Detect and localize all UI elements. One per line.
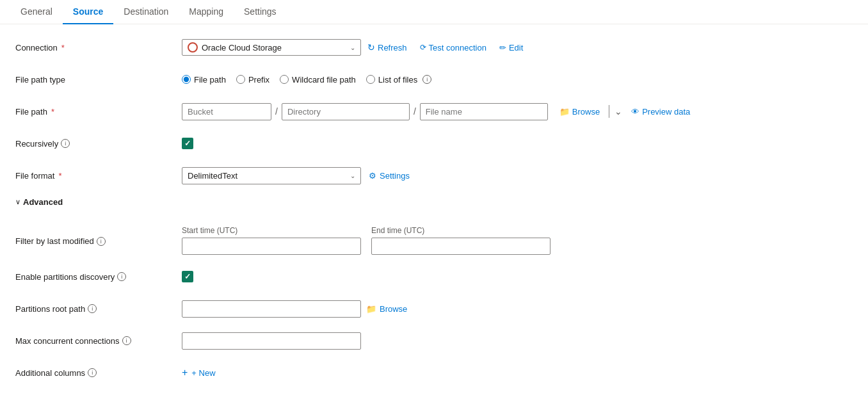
oracle-icon bbox=[188, 42, 198, 53]
radio-prefix[interactable]: Prefix bbox=[236, 75, 269, 85]
browse-icon: 📁 bbox=[559, 107, 570, 117]
format-chevron-icon: ⌄ bbox=[350, 172, 355, 179]
additional-columns-row: Additional columns i + + New bbox=[15, 362, 853, 383]
source-panel: Connection * Oracle Cloud Storage ⌄ ↻ Re… bbox=[0, 24, 868, 397]
partitions-browse-button[interactable]: 📁 Browse bbox=[366, 304, 407, 314]
filter-info-icon[interactable]: i bbox=[97, 237, 106, 246]
connection-row: Connection * Oracle Cloud Storage ⌄ ↻ Re… bbox=[15, 37, 853, 58]
max-concurrent-row: Max concurrent connections i bbox=[15, 330, 853, 351]
radio-group: File path Prefix Wildcard file path List… bbox=[182, 75, 431, 85]
additional-columns-control: + + New bbox=[182, 367, 853, 378]
filter-by-last-modified-row: Filter by last modified i Start time (UT… bbox=[15, 218, 853, 255]
radio-wildcard[interactable]: Wildcard file path bbox=[280, 75, 356, 85]
end-time-label: End time (UTC) bbox=[371, 226, 551, 235]
tab-mapping[interactable]: Mapping bbox=[179, 0, 234, 24]
start-time-field: Start time (UTC) bbox=[182, 226, 361, 255]
advanced-chevron-icon: ∨ bbox=[15, 198, 20, 206]
filter-grid: Start time (UTC) End time (UTC) bbox=[182, 226, 551, 255]
tab-general[interactable]: General bbox=[10, 0, 63, 24]
max-concurrent-control bbox=[182, 332, 853, 350]
max-concurrent-input[interactable] bbox=[182, 332, 361, 350]
browse-button[interactable]: 📁 Browse bbox=[553, 104, 606, 119]
tab-source[interactable]: Source bbox=[63, 0, 113, 24]
file-path-label: File path * bbox=[15, 107, 182, 117]
edit-button[interactable]: ✏ Edit bbox=[493, 40, 529, 55]
filter-by-last-modified-label: Filter by last modified i bbox=[15, 221, 182, 246]
preview-icon: 👁 bbox=[631, 107, 639, 117]
filename-input[interactable] bbox=[420, 103, 548, 120]
edit-icon: ✏ bbox=[499, 43, 506, 53]
preview-data-button[interactable]: 👁 Preview data bbox=[625, 104, 696, 119]
partitions-root-path-input[interactable] bbox=[182, 300, 361, 318]
file-format-control: DelimitedText ⌄ ⚙ Settings bbox=[182, 167, 853, 184]
file-path-control: / / 📁 Browse ⌄ 👁 Preview data bbox=[182, 103, 853, 120]
partitions-root-path-row: Partitions root path i 📁 Browse bbox=[15, 298, 853, 319]
additional-columns-label: Additional columns i bbox=[15, 368, 182, 378]
plus-icon: + bbox=[182, 367, 188, 378]
tab-bar: General Source Destination Mapping Setti… bbox=[0, 0, 868, 24]
partitions-browse-icon: 📁 bbox=[366, 304, 376, 314]
chevron-down-icon: ⌄ bbox=[350, 44, 355, 51]
file-path-group: / / bbox=[182, 103, 548, 120]
enable-partitions-control bbox=[182, 271, 853, 282]
divider bbox=[609, 105, 609, 118]
partitions-root-path-label: Partitions root path i bbox=[15, 304, 182, 314]
file-path-type-label: File path type bbox=[15, 75, 182, 85]
radio-file-path[interactable]: File path bbox=[182, 75, 226, 85]
end-time-field: End time (UTC) bbox=[371, 226, 551, 255]
new-column-button[interactable]: + + New bbox=[182, 367, 216, 378]
bucket-input[interactable] bbox=[182, 103, 271, 120]
partitions-info-icon[interactable]: i bbox=[117, 272, 126, 281]
refresh-button[interactable]: ↻ Refresh bbox=[361, 40, 414, 55]
directory-input[interactable] bbox=[282, 103, 410, 120]
enable-partitions-label: Enable partitions discovery i bbox=[15, 272, 182, 282]
filter-control: Start time (UTC) End time (UTC) bbox=[182, 221, 853, 255]
enable-partitions-checkbox[interactable] bbox=[182, 271, 193, 282]
settings-icon: ⚙ bbox=[369, 171, 376, 181]
file-path-type-row: File path type File path Prefix Wildcard… bbox=[15, 69, 853, 90]
format-settings-button[interactable]: ⚙ Settings bbox=[369, 171, 410, 181]
root-path-info-icon[interactable]: i bbox=[88, 304, 97, 313]
test-icon: ⟳ bbox=[420, 43, 426, 52]
start-time-label: Start time (UTC) bbox=[182, 226, 361, 235]
path-sep-2: / bbox=[414, 106, 416, 117]
partitions-root-path-control: 📁 Browse bbox=[182, 300, 853, 318]
test-connection-button[interactable]: ⟳ Test connection bbox=[414, 40, 493, 55]
radio-list-of-files[interactable]: List of files i bbox=[366, 75, 431, 85]
recursively-control bbox=[182, 138, 853, 149]
max-concurrent-info-icon[interactable]: i bbox=[122, 336, 131, 345]
recursively-row: Recursively i bbox=[15, 133, 853, 154]
recursively-info-icon[interactable]: i bbox=[61, 139, 70, 148]
recursively-checkbox[interactable] bbox=[182, 138, 193, 149]
connection-dropdown[interactable]: Oracle Cloud Storage ⌄ bbox=[182, 39, 361, 56]
end-time-input[interactable] bbox=[371, 238, 551, 255]
list-of-files-info-icon[interactable]: i bbox=[422, 75, 431, 84]
chevron-browse-icon[interactable]: ⌄ bbox=[615, 106, 622, 117]
start-time-input[interactable] bbox=[182, 238, 361, 255]
enable-partitions-row: Enable partitions discovery i bbox=[15, 266, 853, 287]
max-concurrent-label: Max concurrent connections i bbox=[15, 336, 182, 346]
file-format-dropdown[interactable]: DelimitedText ⌄ bbox=[182, 167, 361, 184]
path-sep-1: / bbox=[275, 106, 278, 117]
file-path-row: File path * / / 📁 Browse ⌄ 👁 Preview dat… bbox=[15, 101, 853, 122]
advanced-toggle[interactable]: ∨ Advanced bbox=[15, 197, 853, 207]
refresh-icon: ↻ bbox=[367, 42, 375, 53]
additional-columns-info-icon[interactable]: i bbox=[88, 368, 97, 377]
connection-label: Connection * bbox=[15, 43, 182, 53]
tab-settings[interactable]: Settings bbox=[234, 0, 287, 24]
file-path-type-control: File path Prefix Wildcard file path List… bbox=[182, 75, 853, 85]
recursively-label: Recursively i bbox=[15, 139, 182, 149]
tab-destination[interactable]: Destination bbox=[113, 0, 179, 24]
connection-control: Oracle Cloud Storage ⌄ ↻ Refresh ⟳ Test … bbox=[182, 39, 853, 56]
file-format-row: File format * DelimitedText ⌄ ⚙ Settings bbox=[15, 165, 853, 186]
file-format-label: File format * bbox=[15, 171, 182, 181]
